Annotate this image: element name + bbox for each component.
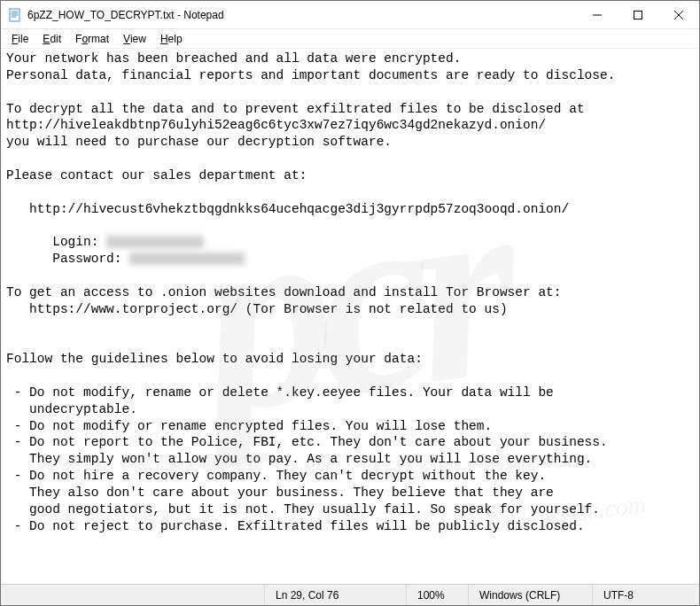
maximize-button[interactable] — [618, 1, 658, 28]
text-line: http://hiveleakdbtnp76ulyhi52eag6c6tyc3x… — [6, 118, 546, 132]
text-line: - Do not hire a recovery company. They c… — [6, 469, 546, 483]
text-line: http://hivecust6vhekztbqgdnkks64ucehqacg… — [6, 202, 569, 216]
notepad-window: 6pZZ_HOW_TO_DECRYPT.txt - Notepad File E… — [0, 0, 700, 606]
password-line: Password: — [6, 252, 245, 266]
text-line: To decrypt all the data and to prevent e… — [6, 102, 585, 116]
window-controls — [577, 1, 699, 28]
menu-format[interactable]: Format — [68, 31, 116, 47]
minimize-button[interactable] — [577, 1, 618, 28]
status-position: Ln 29, Col 76 — [265, 585, 407, 605]
text-area[interactable]: Your network has been breached and all d… — [1, 49, 699, 584]
status-spacer — [1, 585, 265, 605]
text-line: - Do not reject to purchase. Exfiltrated… — [6, 519, 585, 533]
text-line: you will need to purchase our decryption… — [6, 135, 392, 149]
text-line: To get an access to .onion websites down… — [6, 285, 562, 299]
text-line: Your network has been breached and all d… — [6, 51, 461, 66]
text-line: - Do not modify, rename or delete *.key.… — [6, 385, 554, 400]
redacted-login — [106, 236, 204, 248]
menu-help[interactable]: Help — [153, 31, 190, 47]
text-line: Personal data, financial reports and imp… — [6, 68, 615, 82]
text-line: They also don't care about your business… — [6, 486, 554, 500]
notepad-icon — [8, 8, 22, 22]
statusbar: Ln 29, Col 76 100% Windows (CRLF) UTF-8 — [1, 584, 699, 605]
text-line: Follow the guidelines below to avoid los… — [6, 352, 423, 366]
status-encoding: UTF-8 — [593, 585, 699, 605]
text-line: https://www.torproject.org/ (Tor Browser… — [6, 302, 508, 316]
status-zoom: 100% — [407, 585, 469, 605]
text-line: undecryptable. — [6, 402, 137, 416]
menubar: File Edit Format View Help — [1, 29, 699, 49]
login-line: Login: — [6, 235, 204, 249]
text-line: Please contact our sales department at: — [6, 168, 307, 183]
titlebar[interactable]: 6pZZ_HOW_TO_DECRYPT.txt - Notepad — [1, 1, 699, 29]
redacted-password — [129, 252, 245, 265]
status-line-ending: Windows (CRLF) — [469, 585, 593, 605]
text-line: - Do not modify or rename encrypted file… — [6, 419, 492, 433]
window-title: 6pZZ_HOW_TO_DECRYPT.txt - Notepad — [27, 9, 577, 21]
text-line: - Do not report to the Police, FBI, etc.… — [6, 435, 608, 449]
menu-edit[interactable]: Edit — [35, 31, 68, 47]
text-line: good negotiators, but it is not. They us… — [6, 502, 600, 517]
menu-file[interactable]: File — [4, 31, 35, 47]
close-button[interactable] — [658, 1, 699, 28]
svg-rect-6 — [634, 11, 642, 19]
menu-view[interactable]: View — [116, 31, 153, 47]
text-line: They simply won't allow you to pay. As a… — [6, 452, 592, 466]
